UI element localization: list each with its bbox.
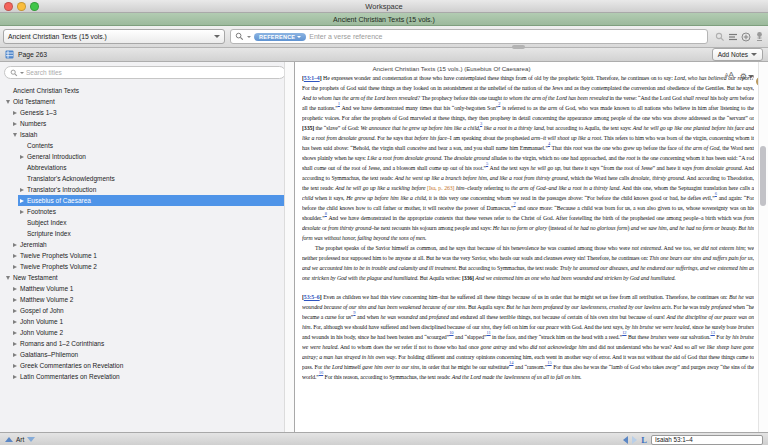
module-dropdown[interactable]: Ancient Christian Texts (15 vols.) bbox=[3, 29, 225, 44]
tree-item-label: Twelve Prophets Volume 2 bbox=[20, 263, 97, 270]
disclosure-triangle-icon[interactable] bbox=[13, 353, 17, 357]
content-scrollbar[interactable] bbox=[758, 62, 768, 432]
tree-item[interactable]: Genesis 1–3 bbox=[0, 107, 284, 118]
tree-item[interactable]: Jeremiah bbox=[0, 239, 284, 250]
tree-item[interactable]: Isaiah bbox=[0, 129, 284, 140]
tree-item[interactable]: John Volume 1 bbox=[0, 316, 284, 327]
tree-item[interactable]: Eusebius of Caesarea bbox=[0, 195, 284, 206]
tree-item-label: Matthew Volume 1 bbox=[20, 285, 73, 292]
minimize-button[interactable] bbox=[17, 2, 26, 11]
bottom-bar: Art L bbox=[0, 432, 768, 445]
text-paragraph: The prophet speaks of the Savior himself… bbox=[302, 243, 754, 283]
article-nav: Art bbox=[5, 436, 35, 443]
chevron-down-icon[interactable] bbox=[247, 36, 251, 38]
disclosure-triangle-icon[interactable] bbox=[13, 298, 17, 302]
tree-item[interactable]: Translator's Introduction bbox=[0, 184, 284, 195]
page-list-icon[interactable] bbox=[5, 50, 14, 59]
back-button[interactable] bbox=[623, 436, 628, 444]
disclosure-triangle-icon[interactable] bbox=[13, 265, 17, 269]
tree-item[interactable]: Latin Commentaries on Revelation bbox=[0, 371, 284, 382]
disclosure-triangle-icon[interactable] bbox=[20, 155, 24, 159]
sidebar-search-field[interactable] bbox=[4, 66, 286, 79]
tree-item[interactable]: Ancient Christian Texts bbox=[0, 85, 284, 96]
tree-item[interactable]: Twelve Prophets Volume 2 bbox=[0, 261, 284, 272]
disclosure-triangle-icon[interactable] bbox=[13, 342, 17, 346]
tree-item-label: Gospel of John bbox=[20, 307, 64, 314]
verse-reference-input[interactable] bbox=[309, 33, 703, 40]
tree-item[interactable]: Romans and 1–2 Corinthians bbox=[0, 338, 284, 349]
language-button[interactable]: L bbox=[641, 435, 647, 445]
close-button[interactable] bbox=[4, 2, 13, 11]
tree-item-label: Eusebius of Caesarea bbox=[27, 197, 91, 204]
tree-item[interactable]: Abbreviations bbox=[0, 162, 284, 173]
add-notes-button[interactable]: Add Notes bbox=[712, 48, 763, 61]
disclosure-triangle-icon[interactable] bbox=[13, 309, 17, 313]
tree-item-label: Greek Commentaries on Revelation bbox=[20, 362, 123, 369]
disclosure-triangle-icon[interactable] bbox=[6, 100, 10, 104]
pane-label: Art bbox=[16, 436, 24, 443]
tree-item[interactable]: Matthew Volume 2 bbox=[0, 294, 284, 305]
disclosure-triangle-icon[interactable] bbox=[13, 287, 17, 291]
disclosure-triangle-icon[interactable] bbox=[13, 243, 17, 247]
disclosure-triangle-icon[interactable] bbox=[20, 188, 24, 192]
tree-item-label: Translator's Introduction bbox=[27, 186, 96, 193]
disclosure-triangle-icon[interactable] bbox=[13, 111, 17, 115]
disclosure-triangle-icon[interactable] bbox=[13, 331, 17, 335]
disclosure-triangle-icon[interactable] bbox=[13, 375, 17, 379]
scrollbar-thumb[interactable] bbox=[760, 146, 766, 206]
tree-item-label: Romans and 1–2 Corinthians bbox=[20, 340, 104, 347]
add-parallel-icon[interactable] bbox=[741, 32, 751, 42]
content-pane: Ancient Christian Texts (15 vols.) (Euse… bbox=[295, 62, 768, 432]
splitter-grip[interactable] bbox=[512, 45, 525, 49]
forward-button[interactable] bbox=[632, 436, 637, 444]
tab-ancient-christian-texts[interactable]: Ancient Christian Texts (15 vols.) bbox=[333, 16, 435, 23]
tree-item[interactable]: General Introduction bbox=[0, 151, 284, 162]
tree-item[interactable]: Matthew Volume 1 bbox=[0, 283, 284, 294]
goto-reference-input[interactable] bbox=[651, 435, 763, 445]
tree-item[interactable]: John Volume 2 bbox=[0, 327, 284, 338]
sidebar-search-input[interactable] bbox=[26, 69, 280, 76]
chevron-down-icon[interactable] bbox=[20, 72, 24, 74]
verse-search-field[interactable]: REFERENCE bbox=[230, 29, 708, 44]
module-dropdown-label: Ancient Christian Texts (15 vols.) bbox=[8, 33, 107, 40]
tree-item-label: Old Testament bbox=[13, 98, 55, 105]
disclosure-triangle-icon[interactable] bbox=[6, 276, 10, 280]
disclosure-triangle-icon[interactable] bbox=[13, 122, 17, 126]
tree-item[interactable]: Subject Index bbox=[0, 217, 284, 228]
tree-item[interactable]: New Testament bbox=[0, 272, 284, 283]
sidebar-scrollbar[interactable] bbox=[284, 62, 294, 432]
disclosure-triangle-icon[interactable] bbox=[13, 133, 17, 137]
next-article-button[interactable] bbox=[27, 437, 35, 442]
disclosure-triangle-icon[interactable] bbox=[20, 210, 24, 214]
page-number-label: Page 263 bbox=[18, 51, 47, 58]
tree-item[interactable]: Galatians–Philemon bbox=[0, 349, 284, 360]
tree-item-label: Scripture Index bbox=[27, 230, 71, 237]
tree-item[interactable]: Translator's Acknowledgments bbox=[0, 173, 284, 184]
tree-item-label: Footnotes bbox=[27, 208, 56, 215]
disclosure-triangle-icon[interactable] bbox=[13, 364, 17, 368]
disclosure-triangle-icon[interactable] bbox=[20, 199, 24, 203]
tree-item[interactable]: Numbers bbox=[0, 118, 284, 129]
tree-item-label: Translator's Acknowledgments bbox=[27, 175, 115, 182]
tree-item[interactable]: Old Testament bbox=[0, 96, 284, 107]
tree-item[interactable]: Contents bbox=[0, 140, 284, 151]
previous-article-button[interactable] bbox=[5, 437, 13, 442]
display-settings-icon[interactable] bbox=[728, 32, 738, 42]
disclosure-triangle-icon[interactable] bbox=[13, 320, 17, 324]
tree-item[interactable]: Scripture Index bbox=[0, 228, 284, 239]
page-bar: Page 263 Add Notes bbox=[0, 48, 768, 62]
reference-nav: L bbox=[623, 435, 763, 445]
tree-item[interactable]: Greek Commentaries on Revelation bbox=[0, 360, 284, 371]
search-details-icon[interactable] bbox=[715, 32, 725, 42]
disclosure-triangle-icon[interactable] bbox=[13, 254, 17, 258]
amplify-icon[interactable] bbox=[754, 31, 765, 42]
tree-item[interactable]: Gospel of John bbox=[0, 305, 284, 316]
zoom-button[interactable] bbox=[30, 2, 39, 11]
text-paragraph: [53:1–4] He expresses wonder and conster… bbox=[302, 73, 754, 243]
tree-item-label: Galatians–Philemon bbox=[20, 351, 78, 358]
search-icon bbox=[10, 69, 18, 77]
window-title: Workspace bbox=[0, 2, 768, 11]
tree-item[interactable]: Footnotes bbox=[0, 206, 284, 217]
tree-item[interactable]: Twelve Prophets Volume 1 bbox=[0, 250, 284, 261]
reference-scope-badge[interactable]: REFERENCE bbox=[254, 33, 306, 41]
